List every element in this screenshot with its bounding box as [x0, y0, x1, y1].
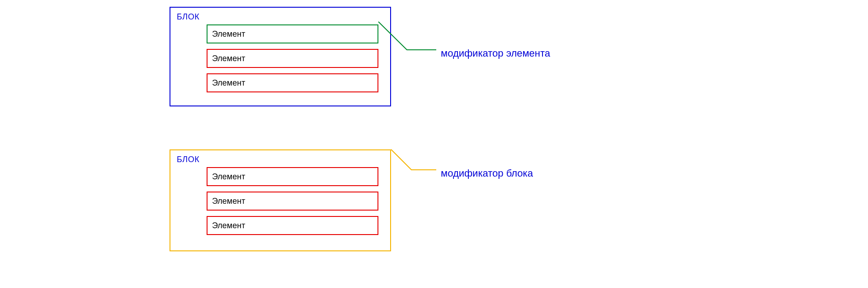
element-label: Элемент [212, 54, 245, 63]
element: Элемент [207, 192, 378, 211]
bem-block-normal: БЛОК Элемент Элемент Элемент [170, 7, 391, 106]
leader-line-element-modifier [0, 0, 868, 288]
elements-container: Элемент Элемент Элемент [207, 24, 384, 92]
element: Элемент [207, 73, 378, 92]
element-with-modifier: Элемент [207, 24, 378, 43]
block-title: БЛОК [177, 155, 384, 164]
element-label: Элемент [212, 29, 245, 39]
element-label: Элемент [212, 172, 245, 182]
element: Элемент [207, 167, 378, 186]
annotation-element-modifier: модификатор элемента [441, 48, 550, 59]
element-label: Элемент [212, 221, 245, 230]
block-title: БЛОК [177, 12, 384, 22]
element: Элемент [207, 216, 378, 235]
leader-line-block-modifier [0, 0, 868, 288]
elements-container: Элемент Элемент Элемент [207, 167, 384, 235]
bem-block-with-modifier: БЛОК Элемент Элемент Элемент [170, 149, 391, 251]
element-label: Элемент [212, 78, 245, 88]
element: Элемент [207, 49, 378, 68]
annotation-block-modifier: модификатор блока [441, 168, 533, 179]
element-label: Элемент [212, 197, 245, 206]
